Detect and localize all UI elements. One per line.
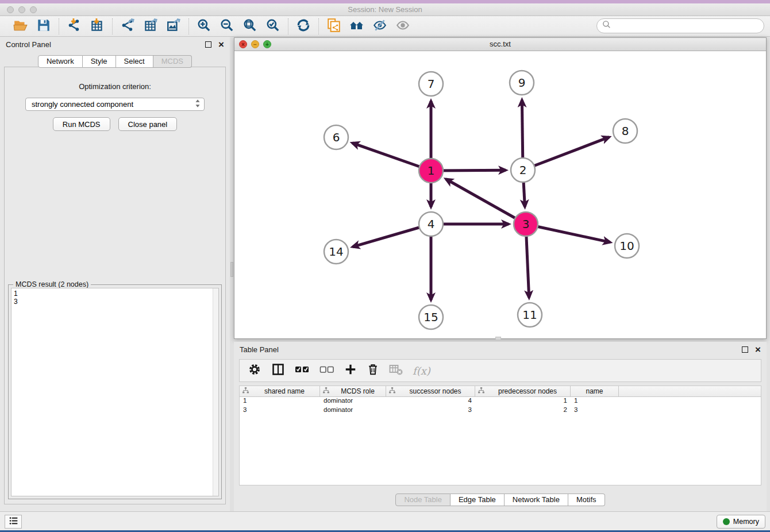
search-field[interactable]	[596, 18, 764, 33]
table-cell[interactable]: dominator	[320, 406, 386, 415]
network-close-icon[interactable]: ×	[239, 40, 247, 48]
edge-2-8[interactable]	[523, 137, 609, 170]
table-row[interactable]: 3dominator323	[240, 406, 761, 415]
zoom-fit-button[interactable]	[241, 18, 259, 35]
network-canvas[interactable]: 7968124314101511	[234, 51, 766, 338]
window-close-icon[interactable]	[7, 6, 14, 13]
run-mcds-button[interactable]: Run MCDS	[53, 117, 110, 131]
table-cell[interactable]: 4	[386, 397, 475, 406]
home-button[interactable]	[348, 18, 366, 35]
result-scrollbar[interactable]	[213, 288, 218, 496]
table-cell[interactable]: 1	[475, 397, 571, 406]
tab-motifs[interactable]: Motifs	[568, 494, 605, 506]
column-header-shared-name[interactable]: shared name	[240, 386, 320, 396]
memory-button[interactable]: Memory	[717, 515, 765, 529]
mcds-panel: Optimization criterion: strongly connect…	[4, 67, 226, 504]
graph-node-15[interactable]: 15	[419, 305, 443, 329]
close-panel-icon[interactable]: ×	[755, 346, 761, 353]
zoom-out-button[interactable]	[218, 18, 236, 35]
vertical-splitter[interactable]	[230, 37, 234, 511]
table-row[interactable]: 1dominator411	[240, 397, 761, 406]
splitter-grip[interactable]	[495, 337, 501, 340]
columns-button[interactable]	[271, 363, 285, 379]
mcds-result-group: MCDS result (2 nodes) 1 3	[8, 284, 222, 499]
table-cell[interactable]: 1	[571, 397, 619, 406]
graph-node-9[interactable]: 9	[510, 71, 534, 95]
edge-3-10[interactable]	[526, 224, 610, 242]
svg-text:10: 10	[619, 239, 634, 253]
graph-node-7[interactable]: 7	[419, 72, 443, 96]
tab-mcds[interactable]: MCDS	[153, 55, 192, 68]
duplicate-network-button[interactable]	[325, 18, 343, 35]
tab-style[interactable]: Style	[83, 55, 116, 68]
deselect-all-button[interactable]	[319, 364, 334, 377]
graph-node-14[interactable]: 14	[324, 240, 348, 264]
table-cell[interactable]: 2	[475, 406, 571, 415]
network-zoom-icon[interactable]: +	[263, 40, 271, 48]
import-network-button[interactable]	[65, 18, 83, 35]
window-minimize-icon[interactable]	[18, 6, 25, 13]
import-network-icon	[67, 18, 82, 35]
export-image-button[interactable]	[164, 18, 183, 35]
graph-node-8[interactable]: 8	[613, 119, 637, 143]
window-maximize-icon[interactable]	[30, 6, 37, 13]
table-cell[interactable]: 3	[571, 406, 619, 415]
search-input[interactable]	[614, 20, 764, 32]
optimization-criterion-label: Optimization criterion:	[5, 82, 225, 91]
show-graphics-button[interactable]	[394, 18, 412, 35]
search-icon	[602, 20, 612, 32]
refresh-layout-button[interactable]	[294, 18, 313, 35]
save-session-button[interactable]	[34, 18, 53, 35]
column-header-MCDS-role[interactable]: MCDS role	[320, 386, 386, 396]
import-table-button[interactable]	[88, 18, 106, 35]
deselect-all-icon	[319, 364, 334, 377]
tab-network[interactable]: Network	[38, 55, 83, 68]
graph-node-10[interactable]: 10	[615, 234, 639, 258]
tab-edge-table[interactable]: Edge Table	[451, 494, 505, 506]
add-button[interactable]	[344, 363, 357, 378]
float-panel-icon[interactable]	[205, 41, 211, 48]
tab-node-table[interactable]: Node Table	[395, 494, 451, 506]
hierarchy-icon	[322, 387, 330, 396]
graph-node-1[interactable]: 1	[419, 159, 443, 183]
graph-node-4[interactable]: 4	[419, 212, 443, 236]
graph-node-2[interactable]: 2	[511, 158, 535, 182]
svg-text:4: 4	[428, 217, 435, 231]
tab-network-table[interactable]: Network Table	[505, 494, 568, 506]
open-session-icon	[13, 18, 28, 35]
network-minimize-icon[interactable]: −	[251, 40, 259, 48]
network-window-titlebar[interactable]: × − + scc.txt	[234, 38, 766, 51]
hide-graphics-button[interactable]	[371, 18, 389, 35]
control-panel: Control Panel × NetworkStyleSelectMCDS O…	[0, 37, 230, 511]
close-panel-icon[interactable]: ×	[218, 41, 224, 48]
splitter-grip[interactable]	[230, 262, 233, 277]
edge-3-1[interactable]	[446, 179, 526, 224]
tab-select[interactable]: Select	[116, 55, 153, 68]
mcds-result-text[interactable]: 1 3	[11, 288, 219, 496]
close-panel-button[interactable]: Close panel	[118, 117, 178, 131]
table-cell[interactable]: dominator	[320, 397, 386, 406]
graph-node-11[interactable]: 11	[518, 303, 542, 327]
zoom-in-button[interactable]	[195, 18, 213, 35]
table-cell[interactable]: 3	[386, 406, 475, 415]
settings-gear-button[interactable]	[248, 363, 261, 379]
zoom-fit-icon	[242, 18, 257, 35]
column-header-successor-nodes[interactable]: successor nodes	[386, 386, 475, 396]
task-history-button[interactable]	[5, 515, 22, 529]
column-header-predecessor-nodes[interactable]: predecessor nodes	[475, 386, 571, 396]
criterion-select[interactable]: strongly connected component	[25, 98, 205, 111]
export-table-button[interactable]	[141, 18, 160, 35]
open-session-button[interactable]	[11, 18, 30, 35]
table-cell[interactable]: 1	[240, 397, 320, 406]
float-panel-icon[interactable]	[742, 346, 748, 353]
zoom-selected-button[interactable]	[264, 18, 282, 35]
table-cell[interactable]: 3	[240, 406, 320, 415]
graph-node-3[interactable]: 3	[514, 212, 538, 236]
node-table: shared nameMCDS rolesuccessor nodesprede…	[239, 385, 761, 485]
column-header-name[interactable]: name	[571, 386, 619, 396]
delete-button[interactable]	[367, 363, 379, 378]
export-network-button[interactable]	[118, 18, 137, 35]
select-all-button[interactable]	[295, 364, 310, 377]
refresh-layout-icon	[296, 18, 311, 35]
graph-node-6[interactable]: 6	[324, 125, 348, 149]
